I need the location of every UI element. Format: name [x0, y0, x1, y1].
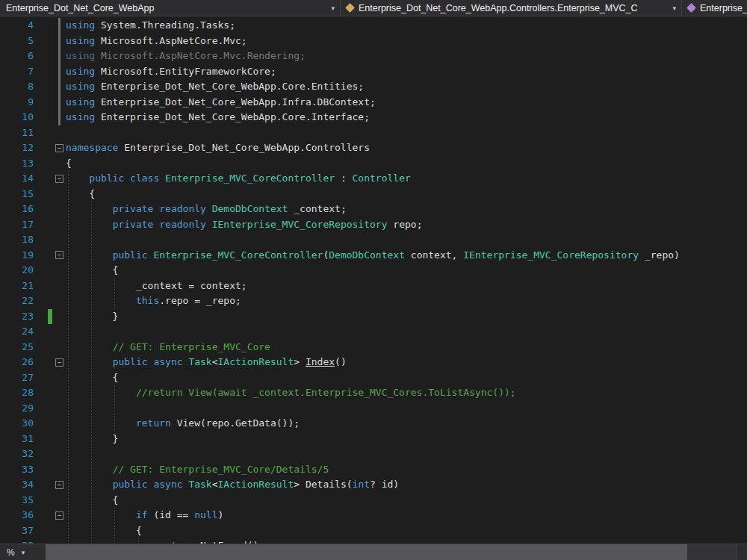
- code-text[interactable]: using System.Threading.Tasks;: [66, 18, 235, 34]
- fold-toggle[interactable]: −: [55, 144, 63, 152]
- code-text[interactable]: if (id == null): [66, 508, 223, 523]
- scrollbar-thumb[interactable]: [46, 544, 687, 560]
- code-token: {: [66, 188, 95, 199]
- outline-margin: −: [53, 508, 66, 523]
- code-text[interactable]: using Microsoft.AspNetCore.Mvc;: [66, 34, 247, 49]
- code-text[interactable]: namespace Enterprise_Dot_Net_Core_WebApp…: [66, 140, 370, 156]
- code-line: 8using Enterprise_Dot_Net_Core_WebApp.Co…: [0, 79, 747, 95]
- line-number: 16: [0, 202, 34, 217]
- fold-toggle[interactable]: −: [55, 251, 63, 259]
- type-dropdown[interactable]: Enterprise_Dot_Net_Core_WebApp.Controlle…: [341, 0, 681, 16]
- code-token: null: [194, 509, 217, 520]
- code-text[interactable]: public async Task<IActionResult> Index(): [66, 355, 347, 370]
- change-margin: [34, 523, 53, 539]
- change-margin: [34, 309, 53, 325]
- code-text[interactable]: }: [66, 309, 118, 325]
- change-margin: [34, 401, 53, 417]
- code-text[interactable]: }: [66, 432, 118, 447]
- code-token: Enterprise_MVC_CoreController: [153, 249, 323, 261]
- code-token: //return View(await _context.Enterprise_…: [136, 387, 516, 398]
- line-number: 8: [0, 79, 34, 95]
- code-token: <: [212, 356, 218, 367]
- fold-toggle[interactable]: −: [55, 511, 63, 520]
- code-token: Enterprise_Dot_Net_Core_WebApp.Infra.DBC…: [95, 96, 376, 108]
- code-text[interactable]: // GET: Enterprise_MVC_Core: [66, 340, 270, 355]
- line-number: 9: [0, 95, 34, 111]
- code-text[interactable]: {: [66, 156, 72, 172]
- outline-margin: −: [53, 248, 66, 264]
- code-token: {: [66, 372, 118, 383]
- change-margin: [34, 447, 53, 462]
- line-number: 27: [0, 370, 34, 386]
- code-token: // GET: Enterprise_MVC_Core/Details/5: [113, 464, 329, 475]
- code-text[interactable]: {: [66, 263, 118, 279]
- code-line: 13{: [0, 156, 747, 172]
- change-margin: [34, 263, 53, 279]
- code-text[interactable]: public async Task<IActionResult> Details…: [66, 477, 399, 493]
- horizontal-scrollbar[interactable]: [46, 544, 736, 560]
- code-token: async: [153, 479, 182, 490]
- outline-margin: [53, 447, 66, 462]
- code-text[interactable]: using Enterprise_Dot_Net_Core_WebApp.Cor…: [66, 110, 370, 125]
- code-text[interactable]: {: [66, 523, 142, 539]
- outline-margin: −: [53, 171, 66, 187]
- line-number: 28: [0, 385, 34, 401]
- code-text[interactable]: this.repo = _repo;: [66, 293, 241, 309]
- code-text[interactable]: private readonly IEnterprise_MVC_CoreRep…: [66, 217, 422, 233]
- change-margin: [34, 217, 53, 233]
- change-margin: [34, 324, 53, 340]
- code-line: 29: [0, 401, 747, 417]
- code-text[interactable]: using Enterprise_Dot_Net_Core_WebApp.Inf…: [66, 95, 376, 111]
- change-margin: [34, 95, 53, 111]
- change-margin: [34, 79, 53, 95]
- code-token: Task: [188, 479, 211, 490]
- code-text[interactable]: //return View(await _context.Enterprise_…: [66, 385, 516, 401]
- change-margin: [34, 49, 53, 64]
- fold-toggle[interactable]: −: [55, 481, 63, 489]
- change-margin: [34, 462, 53, 478]
- code-text[interactable]: using Microsoft.AspNetCore.Mvc.Rendering…: [66, 49, 306, 64]
- line-number: 21: [0, 279, 34, 294]
- code-text[interactable]: return NotFound();: [66, 538, 264, 544]
- code-text[interactable]: public class Enterprise_MVC_CoreControll…: [66, 171, 411, 187]
- code-token: this: [136, 295, 159, 306]
- member-dropdown[interactable]: Enterprise_M: [682, 0, 747, 16]
- code-line: 34− public async Task<IActionResult> Det…: [0, 477, 747, 493]
- code-text[interactable]: _context = context;: [66, 279, 247, 294]
- code-editor[interactable]: 4using System.Threading.Tasks;5using Mic…: [0, 16, 747, 544]
- fold-toggle[interactable]: −: [55, 358, 63, 367]
- code-text[interactable]: using Microsoft.EntityFrameworkCore;: [66, 64, 276, 80]
- outline-margin: [53, 110, 66, 125]
- code-text[interactable]: {: [66, 187, 95, 202]
- code-text[interactable]: public Enterprise_MVC_CoreController(Dem…: [66, 248, 680, 264]
- code-token: (): [335, 356, 347, 367]
- code-token: Microsoft.AspNetCore.Mvc.Rendering;: [95, 50, 306, 61]
- zoom-control[interactable]: % ▾: [0, 544, 46, 560]
- outline-margin: [53, 64, 66, 80]
- line-number: 34: [0, 477, 34, 493]
- code-text[interactable]: using Enterprise_Dot_Net_Core_WebApp.Cor…: [66, 79, 364, 95]
- change-indicator: [48, 309, 52, 325]
- line-number: 6: [0, 49, 34, 64]
- change-margin: [34, 187, 53, 202]
- code-text[interactable]: {: [66, 370, 118, 386]
- line-number: 32: [0, 447, 34, 462]
- code-token: [66, 295, 136, 306]
- outline-margin: [53, 340, 66, 355]
- code-text[interactable]: {: [66, 493, 118, 508]
- code-line: 30 return View(repo.GetData());: [0, 416, 747, 432]
- outline-margin: [53, 523, 66, 539]
- code-text[interactable]: // GET: Enterprise_MVC_Core/Details/5: [66, 462, 329, 478]
- line-number: 23: [0, 309, 34, 325]
- fold-toggle[interactable]: −: [55, 175, 63, 183]
- change-margin: [34, 248, 53, 264]
- outline-margin: [53, 279, 66, 294]
- change-margin: [34, 64, 53, 80]
- line-number: 14: [0, 171, 34, 187]
- line-number: 38: [0, 538, 34, 544]
- code-token: [66, 203, 113, 214]
- code-text[interactable]: return View(repo.GetData());: [66, 416, 300, 432]
- project-dropdown[interactable]: Enterprise_Dot_Net_Core_WebApp ▾: [0, 0, 340, 16]
- code-text[interactable]: private readonly DemoDbContext _context;: [66, 202, 347, 217]
- code-line: 20 {: [0, 263, 747, 279]
